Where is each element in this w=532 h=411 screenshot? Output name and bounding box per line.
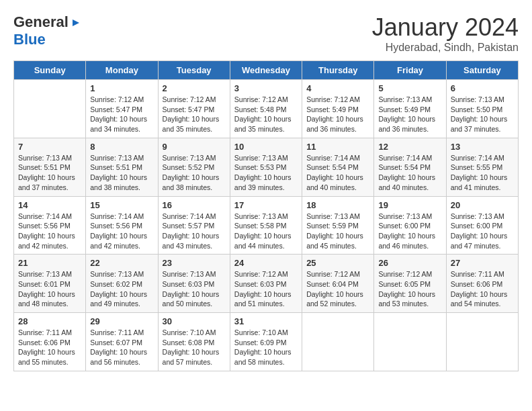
calendar-week-2: 7Sunrise: 7:13 AM Sunset: 5:51 PM Daylig… [14, 138, 519, 196]
day-info: Sunrise: 7:13 AM Sunset: 5:52 PM Dayligh… [163, 153, 226, 193]
calendar-cell: 2Sunrise: 7:12 AM Sunset: 5:47 PM Daylig… [158, 80, 230, 138]
calendar-week-3: 14Sunrise: 7:14 AM Sunset: 5:56 PM Dayli… [14, 196, 519, 255]
calendar-cell: 29Sunrise: 7:11 AM Sunset: 6:07 PM Dayli… [86, 313, 158, 371]
day-info: Sunrise: 7:13 AM Sunset: 5:51 PM Dayligh… [90, 153, 153, 193]
day-header-sunday: Sunday [14, 61, 86, 80]
day-info: Sunrise: 7:14 AM Sunset: 5:56 PM Dayligh… [18, 212, 81, 251]
day-info: Sunrise: 7:10 AM Sunset: 6:09 PM Dayligh… [234, 328, 298, 367]
day-info: Sunrise: 7:11 AM Sunset: 6:07 PM Dayligh… [90, 328, 153, 367]
calendar-cell: 17Sunrise: 7:13 AM Sunset: 5:58 PM Dayli… [230, 196, 302, 255]
day-info: Sunrise: 7:12 AM Sunset: 5:49 PM Dayligh… [306, 95, 369, 134]
day-info: Sunrise: 7:12 AM Sunset: 6:03 PM Dayligh… [234, 269, 298, 309]
calendar-cell [446, 313, 518, 371]
day-info: Sunrise: 7:12 AM Sunset: 6:04 PM Dayligh… [306, 269, 369, 309]
day-number: 27 [451, 258, 514, 268]
day-header-tuesday: Tuesday [158, 61, 230, 80]
calendar-cell: 14Sunrise: 7:14 AM Sunset: 5:56 PM Dayli… [14, 196, 86, 255]
day-info: Sunrise: 7:13 AM Sunset: 5:58 PM Dayligh… [234, 212, 298, 251]
day-number: 7 [18, 142, 81, 152]
calendar-week-1: 1Sunrise: 7:12 AM Sunset: 5:47 PM Daylig… [14, 80, 519, 138]
day-number: 3 [234, 83, 298, 93]
logo-icon [70, 17, 82, 29]
page-header: General Blue January 2024 Hyderabad, Sin… [13, 13, 519, 54]
calendar-week-5: 28Sunrise: 7:11 AM Sunset: 6:06 PM Dayli… [14, 313, 519, 371]
day-info: Sunrise: 7:13 AM Sunset: 5:51 PM Dayligh… [18, 153, 81, 193]
day-info: Sunrise: 7:14 AM Sunset: 5:57 PM Dayligh… [163, 212, 226, 251]
calendar-cell: 4Sunrise: 7:12 AM Sunset: 5:49 PM Daylig… [302, 80, 374, 138]
calendar-cell: 26Sunrise: 7:12 AM Sunset: 6:05 PM Dayli… [374, 255, 446, 313]
calendar-cell: 21Sunrise: 7:13 AM Sunset: 6:01 PM Dayli… [14, 255, 86, 313]
day-info: Sunrise: 7:13 AM Sunset: 6:00 PM Dayligh… [451, 212, 514, 251]
calendar-cell [14, 80, 86, 138]
day-number: 15 [90, 200, 153, 210]
day-number: 30 [163, 316, 226, 326]
calendar-cell: 18Sunrise: 7:13 AM Sunset: 5:59 PM Dayli… [302, 196, 374, 255]
calendar-cell: 6Sunrise: 7:13 AM Sunset: 5:50 PM Daylig… [446, 80, 518, 138]
day-header-monday: Monday [86, 61, 158, 80]
calendar-cell: 13Sunrise: 7:14 AM Sunset: 5:55 PM Dayli… [446, 138, 518, 196]
day-number: 20 [451, 200, 514, 210]
calendar-cell: 12Sunrise: 7:14 AM Sunset: 5:54 PM Dayli… [374, 138, 446, 196]
calendar-cell: 30Sunrise: 7:10 AM Sunset: 6:08 PM Dayli… [158, 313, 230, 371]
calendar-body: 1Sunrise: 7:12 AM Sunset: 5:47 PM Daylig… [14, 80, 519, 371]
day-number: 2 [163, 83, 226, 93]
calendar-cell: 31Sunrise: 7:10 AM Sunset: 6:09 PM Dayli… [230, 313, 302, 371]
day-number: 9 [163, 142, 226, 152]
day-info: Sunrise: 7:13 AM Sunset: 5:49 PM Dayligh… [378, 95, 441, 134]
day-number: 12 [378, 142, 441, 152]
day-info: Sunrise: 7:13 AM Sunset: 5:50 PM Dayligh… [451, 95, 514, 134]
day-number: 8 [90, 142, 153, 152]
day-number: 4 [306, 83, 369, 93]
day-info: Sunrise: 7:11 AM Sunset: 6:06 PM Dayligh… [18, 328, 81, 367]
day-info: Sunrise: 7:13 AM Sunset: 5:59 PM Dayligh… [306, 212, 369, 251]
calendar-cell: 24Sunrise: 7:12 AM Sunset: 6:03 PM Dayli… [230, 255, 302, 313]
day-number: 28 [18, 316, 81, 326]
day-info: Sunrise: 7:13 AM Sunset: 6:01 PM Dayligh… [18, 269, 81, 309]
calendar-cell: 25Sunrise: 7:12 AM Sunset: 6:04 PM Dayli… [302, 255, 374, 313]
day-number: 23 [163, 258, 226, 268]
logo: General Blue [13, 13, 82, 48]
calendar-cell: 11Sunrise: 7:14 AM Sunset: 5:54 PM Dayli… [302, 138, 374, 196]
day-number: 16 [163, 200, 226, 210]
day-info: Sunrise: 7:14 AM Sunset: 5:54 PM Dayligh… [306, 153, 369, 193]
calendar-cell: 3Sunrise: 7:12 AM Sunset: 5:48 PM Daylig… [230, 80, 302, 138]
calendar-cell: 16Sunrise: 7:14 AM Sunset: 5:57 PM Dayli… [158, 196, 230, 255]
day-info: Sunrise: 7:13 AM Sunset: 6:03 PM Dayligh… [163, 269, 226, 309]
day-info: Sunrise: 7:12 AM Sunset: 6:05 PM Dayligh… [378, 269, 441, 309]
calendar-cell: 7Sunrise: 7:13 AM Sunset: 5:51 PM Daylig… [14, 138, 86, 196]
calendar-cell: 22Sunrise: 7:13 AM Sunset: 6:02 PM Dayli… [86, 255, 158, 313]
location-title: Hyderabad, Sindh, Pakistan [372, 42, 519, 54]
calendar-cell: 27Sunrise: 7:11 AM Sunset: 6:06 PM Dayli… [446, 255, 518, 313]
day-number: 21 [18, 258, 81, 268]
day-number: 17 [234, 200, 298, 210]
day-info: Sunrise: 7:13 AM Sunset: 6:02 PM Dayligh… [90, 269, 153, 309]
day-number: 25 [306, 258, 369, 268]
day-info: Sunrise: 7:12 AM Sunset: 5:47 PM Dayligh… [90, 95, 153, 134]
calendar-cell: 5Sunrise: 7:13 AM Sunset: 5:49 PM Daylig… [374, 80, 446, 138]
day-number: 18 [306, 200, 369, 210]
day-number: 19 [378, 200, 441, 210]
calendar-week-4: 21Sunrise: 7:13 AM Sunset: 6:01 PM Dayli… [14, 255, 519, 313]
day-info: Sunrise: 7:14 AM Sunset: 5:55 PM Dayligh… [451, 153, 514, 193]
logo-general-text: General [13, 13, 69, 31]
logo-blue-text: Blue [13, 31, 46, 48]
day-number: 6 [451, 83, 514, 93]
calendar-cell: 19Sunrise: 7:13 AM Sunset: 6:00 PM Dayli… [374, 196, 446, 255]
day-header-thursday: Thursday [302, 61, 374, 80]
day-number: 24 [234, 258, 298, 268]
day-header-wednesday: Wednesday [230, 61, 302, 80]
month-title: January 2024 [372, 13, 519, 42]
calendar-cell [302, 313, 374, 371]
day-info: Sunrise: 7:13 AM Sunset: 5:53 PM Dayligh… [234, 153, 298, 193]
calendar-cell: 10Sunrise: 7:13 AM Sunset: 5:53 PM Dayli… [230, 138, 302, 196]
day-info: Sunrise: 7:13 AM Sunset: 6:00 PM Dayligh… [378, 212, 441, 251]
day-info: Sunrise: 7:14 AM Sunset: 5:54 PM Dayligh… [378, 153, 441, 193]
calendar-cell: 23Sunrise: 7:13 AM Sunset: 6:03 PM Dayli… [158, 255, 230, 313]
day-info: Sunrise: 7:11 AM Sunset: 6:06 PM Dayligh… [451, 269, 514, 309]
calendar-table: SundayMondayTuesdayWednesdayThursdayFrid… [13, 60, 519, 371]
calendar-cell: 9Sunrise: 7:13 AM Sunset: 5:52 PM Daylig… [158, 138, 230, 196]
day-number: 10 [234, 142, 298, 152]
day-info: Sunrise: 7:14 AM Sunset: 5:56 PM Dayligh… [90, 212, 153, 251]
calendar-cell: 1Sunrise: 7:12 AM Sunset: 5:47 PM Daylig… [86, 80, 158, 138]
day-number: 5 [378, 83, 441, 93]
